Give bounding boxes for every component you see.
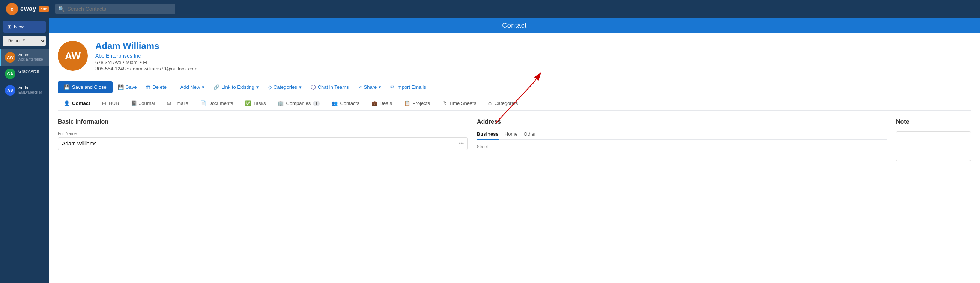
tasks-tab-icon: ✅ — [245, 100, 251, 106]
hub-tab-icon: ⊞ — [102, 100, 106, 106]
street-label: Street — [477, 144, 887, 149]
avatar-aw: AW — [5, 52, 15, 63]
deals-tab-icon: 💼 — [371, 100, 377, 106]
tab-tasks[interactable]: ✅ Tasks — [239, 97, 272, 111]
tabs-bar: 👤 Contact ⊞ HUB 📓 Journal ✉ Emails 📄 — [58, 97, 971, 111]
note-title: Note — [896, 119, 971, 125]
categories-tab-icon: ◇ — [488, 100, 492, 106]
link-to-existing-button[interactable]: 🔗 Link to Existing ▾ — [210, 82, 262, 92]
profile-phone: 305-554-1248 — [95, 66, 126, 71]
tab-timesheets[interactable]: ⏱ Time Sheets — [436, 97, 482, 111]
profile-top: AW Adam Williams Abc Enterprises Inc 678… — [58, 41, 971, 71]
documents-tab-icon: 📄 — [200, 100, 206, 106]
address-tabs: Business Home Other — [477, 131, 887, 140]
timesheets-tab-icon: ⏱ — [442, 100, 447, 106]
logo-icon: e — [6, 3, 18, 15]
teams-icon: ⬡ — [311, 84, 316, 91]
full-name-label: Full Name — [58, 131, 468, 136]
save-close-icon: 💾 — [64, 84, 70, 90]
contact-header-bar: Contact — [49, 18, 980, 33]
sidebar-dropdown[interactable]: Default * — [3, 36, 46, 46]
link-chevron-icon: ▾ — [256, 84, 259, 90]
profile-section: AW Adam Williams Abc Enterprises Inc 678… — [49, 33, 980, 111]
companies-tab-icon: 🏢 — [278, 100, 284, 106]
import-icon: ✉ — [390, 84, 395, 90]
sidebar-contact-grady[interactable]: GA Grady Arch — [0, 66, 49, 82]
import-emails-button[interactable]: ✉ Import Emails — [387, 82, 430, 92]
journal-tab-icon: 📓 — [131, 100, 137, 106]
profile-contact-details: 305-554-1248 • adam.williams79@outlook.c… — [95, 66, 197, 71]
tab-contact[interactable]: 👤 Contact — [58, 97, 96, 111]
profile-avatar: AW — [58, 41, 88, 71]
profile-name: Adam Williams — [95, 41, 197, 51]
save-icon: 💾 — [118, 84, 124, 90]
body-content: Basic Information Full Name Adam William… — [49, 111, 980, 283]
emails-tab-icon: ✉ — [167, 100, 171, 106]
chat-in-teams-button[interactable]: ⬡ Chat in Teams — [307, 81, 353, 93]
new-icon: ⊞ — [8, 24, 12, 30]
top-nav: e eway crm 🔍 — [0, 0, 980, 18]
sidebar-contact-andre[interactable]: AS Andre EMD/Merck M — [0, 82, 49, 99]
address-section: Address Business Home Other Street — [477, 119, 887, 275]
address-tab-other[interactable]: Other — [524, 131, 536, 140]
content-area: Contact AW Adam Williams Abc Enterprises… — [49, 18, 980, 283]
basic-info-section: Basic Information Full Name Adam William… — [58, 119, 468, 275]
avatar-as: AS — [5, 85, 15, 96]
delete-button[interactable]: 🗑 Delete — [142, 82, 170, 92]
profile-address: 678 3rd Ave • Miami • FL — [95, 60, 197, 65]
contacts-tab-icon: 👥 — [332, 100, 338, 106]
contact-tab-icon: 👤 — [64, 100, 70, 106]
add-new-icon: + — [176, 84, 178, 90]
save-button[interactable]: 💾 Save — [114, 82, 141, 92]
categories-icon: ◇ — [268, 84, 272, 90]
tab-companies[interactable]: 🏢 Companies 1 — [272, 97, 326, 111]
address-tab-business[interactable]: Business — [477, 131, 499, 140]
contact-header-title: Contact — [502, 22, 527, 29]
action-toolbar: 💾 Save and Close 💾 Save 🗑 Delete + Add N… — [58, 77, 971, 97]
address-tab-home[interactable]: Home — [504, 131, 518, 140]
add-new-button[interactable]: + Add New ▾ — [172, 82, 208, 92]
app-name: eway — [20, 6, 37, 13]
categories-button[interactable]: ◇ Categories ▾ — [264, 82, 305, 92]
full-name-input[interactable]: Adam Williams ••• — [58, 137, 468, 150]
tab-projects[interactable]: 📋 Projects — [398, 97, 436, 111]
projects-tab-icon: 📋 — [404, 100, 410, 106]
link-icon: 🔗 — [213, 84, 220, 90]
add-new-chevron-icon: ▾ — [202, 84, 204, 90]
search-wrapper: 🔍 — [55, 4, 175, 14]
tab-deals[interactable]: 💼 Deals — [366, 97, 398, 111]
tab-categories[interactable]: ◇ Categories — [482, 97, 524, 111]
tab-documents[interactable]: 📄 Documents — [194, 97, 239, 111]
profile-info: Adam Williams Abc Enterprises Inc 678 3r… — [95, 41, 197, 71]
share-icon: ↗ — [358, 84, 362, 90]
companies-badge: 1 — [313, 101, 320, 106]
address-title: Address — [477, 119, 887, 125]
share-button[interactable]: ↗ Share ▾ — [354, 82, 385, 92]
categories-chevron-icon: ▾ — [299, 84, 302, 90]
main-layout: ⊞ New Default * AW Adam Abc Enterprise G… — [0, 18, 980, 283]
search-input[interactable] — [55, 4, 175, 14]
new-button[interactable]: ⊞ New — [3, 21, 46, 33]
field-more-icon[interactable]: ••• — [459, 141, 464, 146]
note-textarea[interactable] — [896, 131, 971, 161]
note-section: Note — [896, 119, 971, 275]
tab-contacts[interactable]: 👥 Contacts — [326, 97, 365, 111]
avatar-ga: GA — [5, 69, 15, 79]
profile-company[interactable]: Abc Enterprises Inc — [95, 53, 197, 59]
logo-area: e eway crm — [6, 3, 49, 15]
profile-email: adam.williams79@outlook.com — [130, 66, 197, 71]
tab-journal[interactable]: 📓 Journal — [125, 97, 161, 111]
share-chevron-icon: ▾ — [379, 84, 381, 90]
save-close-button[interactable]: 💾 Save and Close — [58, 81, 113, 93]
full-name-value: Adam Williams — [62, 141, 97, 147]
tab-emails[interactable]: ✉ Emails — [161, 97, 194, 111]
basic-info-title: Basic Information — [58, 119, 468, 125]
delete-icon: 🗑 — [146, 84, 150, 90]
crm-label: crm — [39, 6, 49, 12]
sidebar-contact-adam[interactable]: AW Adam Abc Enterprise — [0, 49, 49, 66]
tab-hub[interactable]: ⊞ HUB — [96, 97, 124, 111]
sidebar: ⊞ New Default * AW Adam Abc Enterprise G… — [0, 18, 49, 283]
